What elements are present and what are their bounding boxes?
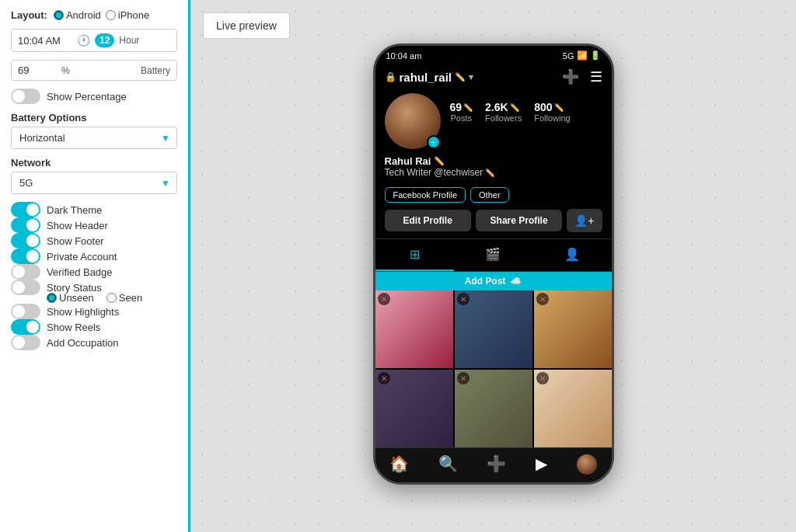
grid-cell[interactable]: ✕ [455,290,532,368]
iphone-radio[interactable] [106,10,116,20]
signal-icon: 📶 [577,50,588,61]
ig-tabs: ⊞ 🎬 👤 [375,238,612,272]
edit-profile-btn[interactable]: Edit Profile [385,210,471,231]
edit-icon: ✏️ [455,72,466,82]
name-edit-icon: ✏️ [434,156,445,166]
slider-add_occupation [11,335,40,350]
grid-cell[interactable]: ✕ [534,290,612,368]
toggle-row-show_reels: Show Reels [11,319,177,335]
toggle-row-show_header: Show Header [11,217,177,233]
label-show_reels: Show Reels [47,322,100,333]
link-btn-1[interactable]: Facebook Profile [385,187,466,203]
slider-verified_badge [11,264,40,280]
grid-cell[interactable]: ✕ [455,370,532,447]
seen-option[interactable]: Seen [106,292,142,304]
network-select[interactable]: 5G ▼ [11,172,177,194]
ig-header: 🔒 rahul_rail ✏️ ▾ ➕ ☰ [375,62,612,89]
iphone-option[interactable]: iPhone [106,9,149,21]
posts-label: Posts [450,113,473,123]
toggle-show_header[interactable] [11,217,40,233]
posts-count: 69 ✏️ [450,101,473,113]
seen-radio[interactable] [106,293,117,303]
nav-home[interactable]: 🏠 [389,454,409,475]
posts-stat: 69 ✏️ Posts [450,101,473,123]
grid-cell[interactable]: ✕ [375,370,453,447]
grid-cell[interactable]: ✕ [534,370,612,447]
cell-delete-btn[interactable]: ✕ [457,293,470,305]
network-chevron: ▼ [161,178,170,189]
toggle-dark_theme[interactable] [11,202,40,217]
hour-toggle[interactable]: 12 [95,33,114,47]
status-time: 10:04 am [386,51,422,61]
link-btn-2[interactable]: Other [470,187,509,203]
toggle-private_account[interactable] [11,249,40,264]
ig-stats: 69 ✏️ Posts 2.6K ✏️ Followers [450,93,571,123]
display-name: Rahul Rai ✏️ [385,155,602,167]
followers-label: Followers [485,113,522,123]
phone-status-bar: 10:04 am 5G 📶 🔋 [375,46,612,62]
cell-delete-btn[interactable]: ✕ [536,372,549,384]
slider-show_reels [11,319,40,335]
following-stat: 800 ✏️ Following [534,101,570,123]
show-percentage-toggle[interactable] [11,89,40,104]
unseen-label: Unseen [59,292,94,304]
live-preview-button[interactable]: Live preview [203,12,290,39]
ig-header-icons: ➕ ☰ [562,68,602,85]
add-icon[interactable]: ➕ [562,68,579,85]
battery-options-value: Horizontal [19,132,65,144]
slider-story_status [11,280,40,295]
nav-profile[interactable] [577,454,597,475]
slider-show_footer [11,233,40,249]
layout-radio-group: Android iPhone [54,9,149,21]
toggle-verified_badge[interactable] [11,264,40,280]
plus-badge[interactable]: + [427,135,441,149]
toggle-row-dark_theme: Dark Theme [11,202,177,217]
battery-options-select[interactable]: Horizontal ▼ [11,127,177,149]
reels-tab[interactable]: 🎬 [454,239,532,271]
battery-options-section: Battery Options Horizontal ▼ [11,112,177,149]
toggle-add_occupation[interactable] [11,335,40,350]
battery-options-label: Battery Options [11,112,177,123]
cell-delete-btn[interactable]: ✕ [378,293,390,305]
share-profile-btn[interactable]: Share Profile [476,210,562,231]
toggle-show_highlights[interactable] [11,304,40,319]
toggle-show_footer[interactable] [11,233,40,249]
android-option[interactable]: Android [54,9,101,21]
unseen-radio[interactable] [47,293,57,303]
toggle-story_status[interactable] [11,280,40,295]
nav-add[interactable]: ➕ [487,454,506,475]
battery-options-chevron: ▼ [161,133,170,144]
slider-private_account [11,249,40,264]
network-section: Network 5G ▼ [11,157,177,194]
cloud-icon: ☁️ [510,276,522,287]
hour-mode: 12 [100,35,110,46]
ig-profile: + 69 ✏️ Posts 2.6K ✏️ [375,89,612,154]
ig-username: 🔒 rahul_rail ✏️ ▾ [385,71,474,84]
posts-edit: ✏️ [463,103,473,112]
battery-input[interactable] [18,64,57,76]
add-person-btn[interactable]: 👤+ [567,209,602,232]
nav-search[interactable]: 🔍 [438,454,458,475]
show-percentage-row: Show Percentage [11,89,177,104]
unseen-option[interactable]: Unseen [47,292,94,304]
ig-links: Facebook Profile Other [375,184,612,206]
ig-actions: Edit Profile Share Profile 👤+ [375,206,612,238]
tagged-tab[interactable]: 👤 [532,239,611,271]
avatar-wrap: + [385,93,441,149]
toggles-container: Dark Theme Show Header Show Footer Priva… [11,202,177,350]
android-radio[interactable] [54,10,64,20]
show-percentage-label: Show Percentage [47,91,127,103]
cell-delete-btn[interactable]: ✕ [378,372,390,384]
time-input[interactable] [18,35,72,47]
followers-count: 2.6K ✏️ [485,101,522,113]
toggle-show_reels[interactable] [11,319,40,335]
cell-delete-btn[interactable]: ✕ [457,372,470,384]
toggle-row-show_footer: Show Footer [11,233,177,249]
nav-reels[interactable]: ▶ [536,454,547,475]
cell-delete-btn[interactable]: ✕ [536,293,549,305]
add-post-bar[interactable]: Add Post ☁️ [375,272,612,290]
battery-label: Battery [141,65,170,76]
grid-cell[interactable]: ✕ [375,290,453,368]
menu-icon[interactable]: ☰ [590,68,602,85]
grid-tab[interactable]: ⊞ [375,239,454,271]
